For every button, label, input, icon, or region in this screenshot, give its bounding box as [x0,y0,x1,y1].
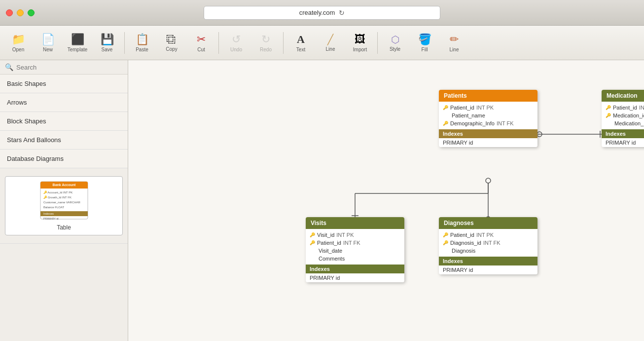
field-name: Diagnosis_id [450,240,481,246]
table-row: 🔑 Visit_id INT PK [306,231,404,239]
key-icon: 🔑 [443,232,448,237]
paste-button[interactable]: 📋 Paste [128,28,156,58]
diagnoses-table[interactable]: Diagnoses 🔑 Patient_id INT PK 🔑 Diagnosi… [439,217,537,274]
template-label: Template [68,47,88,52]
open-button[interactable]: 📁 Open [4,28,33,58]
field-type: INT PK [476,105,494,111]
visits-body: 🔑 Visit_id INT PK 🔑 Patient_id INT FK Vi… [306,229,404,265]
separator-3 [283,32,284,54]
refresh-icon[interactable]: ↻ [339,9,345,17]
table-row: Medication_name [602,119,644,127]
sidebar-item-database-diagrams[interactable]: Database Diagrams [0,150,128,168]
fill-button[interactable]: 🪣 Fill [410,28,439,58]
field-type: INT PK [336,232,354,238]
patients-index-row: PRIMARY id [439,138,537,147]
field-name: Patient_name [452,113,485,118]
field-name: Comments [319,256,345,262]
template-icon: ⬛ [71,33,84,46]
canvas-area[interactable]: Patients 🔑 Patient_id INT PK Patient_nam… [128,60,644,341]
titlebar: creately.com ↻ [0,0,644,26]
table-row: 🔑 Diagnosis_id INT FK [439,239,537,247]
minimize-button[interactable] [17,9,24,16]
line-style-icon: ✏ [450,33,459,46]
field-name: Patient_id [317,240,341,246]
table-row: 🔑 Patient_id INT FK [306,239,404,247]
field-type: INT FK [343,240,360,246]
sidebar-item-basic-shapes[interactable]: Basic Shapes [0,75,128,93]
sidebar-item-arrows[interactable]: Arrows [0,93,128,112]
undo-button[interactable]: ↺ Undo [222,28,250,58]
table-row: 🔑 Patient_id INT PK [439,231,537,239]
import-button[interactable]: 🖼 Import [346,28,374,58]
toolbar: 📁 Open 📄 New ⬛ Template 💾 Save 📋 Paste ⿻… [0,26,644,60]
diagnoses-title: Diagnoses [439,217,537,229]
paste-label: Paste [136,47,148,52]
template-button[interactable]: ⬛ Template [63,28,92,58]
line-style-button[interactable]: ✏ Line [440,28,468,58]
medication-body: 🔑 Patient_id INT PK 🔑 Medication_id INT … [602,102,644,129]
connectors-svg [128,60,644,341]
visits-table[interactable]: Visits 🔑 Visit_id INT PK 🔑 Patient_id IN… [306,217,404,282]
paste-icon: 📋 [136,33,149,46]
medication-table[interactable]: Medication 🔑 Patient_id INT PK 🔑 Medicat… [602,90,644,147]
table-row: 🔑 Demographic_Info INT FK [439,119,537,127]
copy-button[interactable]: ⿻ Copy [157,28,186,58]
field-name: Visit_date [319,248,342,254]
shape-preview-inner: Bank Account 🔑 Account_Id INT PK 🔑 Growt… [5,176,123,235]
field-name: Patient_id [613,105,637,111]
medication-index-row: PRIMARY id [602,138,644,147]
fill-icon: 🪣 [418,33,431,46]
text-button[interactable]: A Text [286,28,315,58]
close-button[interactable] [6,9,13,16]
copy-label: Copy [166,46,177,52]
cut-label: Cut [197,47,205,52]
key-icon: 🔑 [606,105,611,110]
cut-icon: ✂ [197,33,206,46]
sidebar-item-label: Basic Shapes [7,80,46,87]
fill-label: Fill [422,47,428,52]
traffic-lights [6,9,35,16]
svg-point-12 [537,132,542,137]
table-row: 🔑 Medication_id INT FK [602,112,644,119]
key-icon: 🔑 [310,232,315,237]
field-name: Diagnosis [452,248,475,254]
style-button[interactable]: ⬡ Style [381,28,409,58]
patients-indexes-header: Indexes [439,129,537,138]
new-icon: 📄 [41,33,55,46]
cut-button[interactable]: ✂ Cut [187,28,215,58]
open-icon: 📁 [12,33,25,46]
shape-preview: Bank Account 🔑 Account_Id INT PK 🔑 Growt… [0,168,128,244]
field-name: Medication_id [613,113,644,118]
save-button[interactable]: 💾 Save [93,28,121,58]
svg-text:Customer_name VARCHAR: Customer_name VARCHAR [43,201,81,204]
table-row: 🔑 Patient_id INT PK [602,104,644,112]
undo-icon: ↺ [232,33,241,46]
visits-indexes-header: Indexes [306,265,404,273]
line-button[interactable]: ╱ Line [316,28,345,58]
copy-icon: ⿻ [167,34,177,45]
sidebar-item-label: Database Diagrams [7,155,64,162]
search-input[interactable] [16,64,123,71]
key-icon: 🔑 [606,113,611,118]
sidebar-item-stars-balloons[interactable]: Stars And Balloons [0,131,128,150]
sidebar-item-block-shapes[interactable]: Block Shapes [0,112,128,131]
redo-button[interactable]: ↻ Redo [251,28,280,58]
patients-table[interactable]: Patients 🔑 Patient_id INT PK Patient_nam… [439,90,537,147]
sidebar: 🔍 Basic Shapes Arrows Block Shapes Stars… [0,60,128,341]
search-bar: 🔍 [0,60,128,75]
line-draw-icon: ╱ [327,34,333,45]
url-bar[interactable]: creately.com ↻ [204,6,440,20]
field-type: INT PK [639,105,644,111]
patients-body: 🔑 Patient_id INT PK Patient_name 🔑 Demog… [439,102,537,129]
url-text: creately.com [299,9,335,16]
visits-index-row: PRIMARY id [306,273,404,282]
table-row: Diagnosis [439,247,537,255]
maximize-button[interactable] [28,9,35,16]
field-name: Demographic_Info [450,120,495,126]
style-icon: ⬡ [391,34,399,45]
line-label: Line [326,46,335,52]
new-button[interactable]: 📄 New [34,28,62,58]
medication-title: Medication [602,90,644,102]
line-style-label: Line [450,47,459,52]
field-type: INT FK [483,240,501,246]
